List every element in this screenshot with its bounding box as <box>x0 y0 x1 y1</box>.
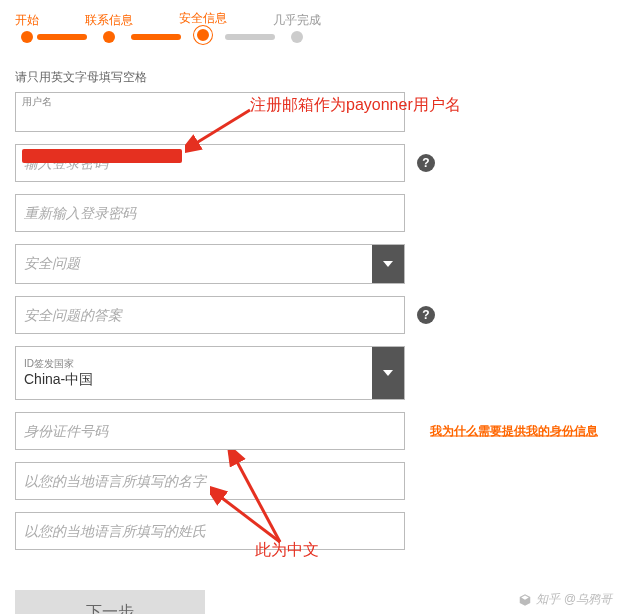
progress-stepper: 开始 联系信息 安全信息 几乎完成 <box>0 0 622 49</box>
security-answer-field-group: ? <box>15 296 607 334</box>
id-country-label: ID签发国家 <box>24 357 364 371</box>
svg-line-2 <box>218 495 280 542</box>
arrow-icon <box>185 105 255 155</box>
password-confirm-input[interactable] <box>15 194 405 232</box>
step-bar <box>37 34 87 40</box>
step-almost-done: 几乎完成 <box>273 12 321 43</box>
chevron-down-icon[interactable] <box>372 245 404 283</box>
id-country-body: ID签发国家 China-中国 <box>16 347 372 399</box>
id-info-link[interactable]: 我为什么需要提供我的身份信息 <box>430 423 598 440</box>
security-question-select[interactable]: 安全问题 <box>15 244 405 284</box>
redaction-mark <box>22 149 182 163</box>
security-question-value: 安全问题 <box>16 245 372 283</box>
step-label: 联系信息 <box>85 12 133 29</box>
next-button[interactable]: 下一步 <box>15 590 205 614</box>
id-country-value: China-中国 <box>24 371 364 389</box>
annotation-username: 注册邮箱作为payonner用户名 <box>250 95 461 116</box>
step-bar <box>225 34 275 40</box>
watermark: 知乎 @乌鸦哥 <box>518 591 612 608</box>
security-question-field-group: 安全问题 <box>15 244 607 284</box>
step-label: 几乎完成 <box>273 12 321 29</box>
form-hint: 请只用英文字母填写空格 <box>15 69 607 86</box>
step-dot-current <box>194 26 212 44</box>
step-dot <box>21 31 33 43</box>
local-firstname-field-group <box>15 462 607 500</box>
step-security: 安全信息 <box>179 10 227 44</box>
id-country-select[interactable]: ID签发国家 China-中国 <box>15 346 405 400</box>
password-confirm-field-group <box>15 194 607 232</box>
help-icon[interactable]: ? <box>417 306 435 324</box>
help-icon[interactable]: ? <box>417 154 435 172</box>
id-number-field-group: 我为什么需要提供我的身份信息 <box>15 412 607 450</box>
chevron-down-icon[interactable] <box>372 347 404 399</box>
step-label: 安全信息 <box>179 10 227 27</box>
step-start: 开始 <box>15 12 39 43</box>
security-answer-input[interactable] <box>15 296 405 334</box>
step-dot <box>103 31 115 43</box>
id-country-field-group: ID签发国家 China-中国 <box>15 346 607 400</box>
zhihu-icon <box>518 593 532 607</box>
step-contact: 联系信息 <box>85 12 133 43</box>
svg-line-0 <box>193 110 250 145</box>
step-bar <box>131 34 181 40</box>
step-dot <box>291 31 303 43</box>
arrow-icon <box>210 450 310 550</box>
svg-line-1 <box>235 458 280 542</box>
id-number-input[interactable] <box>15 412 405 450</box>
security-form: 请只用英文字母填写空格 用户名 ? 安全问题 ? ID签发国家 China-中国 <box>0 49 622 572</box>
step-label: 开始 <box>15 12 39 29</box>
